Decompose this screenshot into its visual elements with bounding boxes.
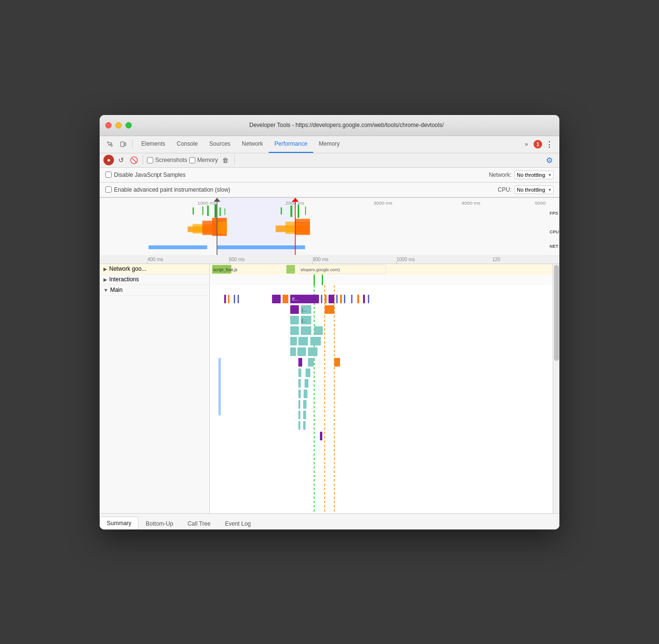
svg-rect-64	[283, 295, 288, 303]
svg-rect-60	[228, 295, 229, 303]
svg-rect-72	[344, 295, 345, 303]
svg-text:1000 ms: 1000 ms	[397, 257, 415, 262]
main-track-label[interactable]: ▼ Main	[100, 285, 209, 296]
tab-memory[interactable]: Memory	[313, 136, 345, 153]
svg-rect-76	[368, 295, 369, 303]
svg-rect-16	[219, 207, 221, 216]
error-badge: 1	[534, 140, 542, 149]
svg-rect-62	[238, 295, 239, 303]
screenshots-checkbox-label: Screenshots	[147, 157, 187, 163]
cpu-throttle-wrapper: No throttling	[514, 185, 554, 194]
maximize-button[interactable]	[125, 122, 132, 128]
svg-text:800 ms: 800 ms	[313, 257, 329, 262]
toolbar-separator-1	[132, 139, 133, 149]
scrollbar-thumb[interactable]	[554, 265, 559, 361]
main-track-name: Main	[110, 287, 123, 293]
svg-rect-69	[329, 295, 334, 303]
network-track-label[interactable]: ▶ Network goo...	[100, 264, 209, 275]
svg-text:NET: NET	[550, 244, 559, 249]
memory-checkbox[interactable]	[189, 157, 195, 163]
tab-network[interactable]: Network	[236, 136, 269, 153]
svg-rect-61	[234, 295, 235, 303]
svg-rect-94	[308, 358, 314, 367]
window-title: Developer Tools - https://developers.goo…	[139, 122, 554, 128]
network-throttle-select[interactable]: No throttling	[514, 171, 554, 179]
interactions-track-name: Interactions	[109, 276, 139, 283]
detail-ruler: 400 ms 600 ms 800 ms 1000 ms 120	[100, 255, 559, 264]
svg-rect-105	[303, 411, 306, 419]
svg-text:elopers.google.com): elopers.google.com)	[301, 267, 340, 272]
minimize-button[interactable]	[115, 122, 122, 128]
svg-text:5000: 5000	[535, 200, 546, 206]
perf-toolbar: ● ↺ 🚫 Screenshots Memory 🗑 ⚙	[100, 153, 559, 168]
settings-button[interactable]: ⚙	[543, 154, 556, 166]
flame-content[interactable]: script_foot.js elopers.google.com)	[210, 264, 553, 513]
tab-console[interactable]: Console	[171, 136, 204, 153]
svg-rect-86	[314, 326, 323, 335]
flame-chart-svg: script_foot.js elopers.google.com)	[210, 264, 553, 513]
svg-rect-95	[334, 358, 340, 367]
svg-rect-26	[217, 221, 227, 234]
network-track-name: Network goo...	[109, 265, 146, 272]
svg-rect-71	[340, 295, 342, 303]
clear-button[interactable]: 🚫	[128, 155, 139, 165]
svg-rect-88	[298, 337, 308, 345]
advanced-paint-checkbox[interactable]	[105, 186, 112, 193]
reload-record-button[interactable]: ↺	[116, 155, 126, 165]
interactions-expand-arrow: ▶	[103, 277, 107, 282]
svg-rect-30	[148, 245, 207, 249]
memory-checkbox-label: Memory	[189, 157, 218, 163]
svg-rect-84	[290, 326, 299, 335]
tab-sources[interactable]: Sources	[204, 136, 236, 153]
tabs-overflow-button[interactable]: »	[520, 138, 533, 150]
overview-panel[interactable]: 1000 ms 2000 ms 3000 ms 4000 ms 5000 FPS…	[100, 198, 559, 255]
svg-rect-14	[207, 205, 209, 216]
svg-rect-1	[125, 143, 126, 146]
svg-rect-100	[298, 390, 301, 398]
record-button[interactable]: ●	[103, 155, 114, 165]
delete-recording-button[interactable]: 🗑	[220, 155, 230, 165]
network-throttle-group: Network: No throttling	[489, 171, 554, 179]
svg-rect-17	[224, 208, 225, 215]
svg-rect-106	[298, 421, 300, 430]
detail-ruler-svg: 400 ms 600 ms 800 ms 1000 ms 120	[100, 255, 559, 264]
svg-rect-91	[297, 347, 306, 356]
svg-rect-68	[325, 295, 327, 303]
bottom-tab-call-tree[interactable]: Call Tree	[181, 517, 218, 529]
svg-rect-29	[295, 218, 310, 235]
network-throttle-wrapper: No throttling	[514, 171, 554, 179]
bottom-tabs: Summary Bottom-Up Call Tree Event Log	[100, 513, 559, 529]
svg-rect-49	[286, 265, 295, 274]
svg-text:FPS: FPS	[550, 210, 558, 215]
tab-elements[interactable]: Elements	[136, 136, 171, 153]
bottom-tab-summary[interactable]: Summary	[100, 517, 138, 529]
screenshots-checkbox[interactable]	[147, 157, 153, 163]
disable-js-samples-label: Disable JavaScript Samples	[105, 172, 185, 178]
svg-rect-97	[306, 368, 310, 377]
interactions-track-label[interactable]: ▶ Interactions	[100, 275, 209, 285]
device-toggle-button[interactable]	[117, 138, 129, 150]
main-tabs: Elements Console Sources Network Perform…	[136, 136, 519, 153]
svg-rect-90	[290, 347, 296, 356]
svg-rect-89	[310, 337, 321, 345]
bottom-tab-event-log[interactable]: Event Log	[218, 517, 258, 529]
svg-rect-52	[210, 275, 553, 285]
svg-text:400 ms: 400 ms	[148, 257, 163, 262]
bottom-tab-bottom-up[interactable]: Bottom-Up	[138, 517, 180, 529]
svg-rect-109	[218, 358, 221, 415]
disable-js-samples-checkbox[interactable]	[105, 172, 112, 178]
settings-row-1: Disable JavaScript Samples Network: No t…	[100, 168, 559, 183]
vertical-scrollbar[interactable]	[553, 264, 559, 513]
advanced-paint-label: Enable advanced paint instrumentation (s…	[105, 186, 230, 193]
tab-performance[interactable]: Performance	[269, 136, 313, 153]
svg-rect-21	[305, 206, 306, 215]
svg-rect-19	[290, 205, 292, 217]
svg-rect-77	[290, 305, 299, 314]
more-options-button[interactable]: ⋮	[543, 138, 556, 150]
inspect-button[interactable]	[103, 138, 116, 150]
svg-rect-63	[272, 295, 281, 303]
close-button[interactable]	[105, 122, 112, 128]
titlebar: Developer Tools - https://developers.goo…	[100, 115, 559, 136]
perf-toolbar-sep	[143, 155, 143, 165]
cpu-throttle-select[interactable]: No throttling	[514, 185, 554, 194]
